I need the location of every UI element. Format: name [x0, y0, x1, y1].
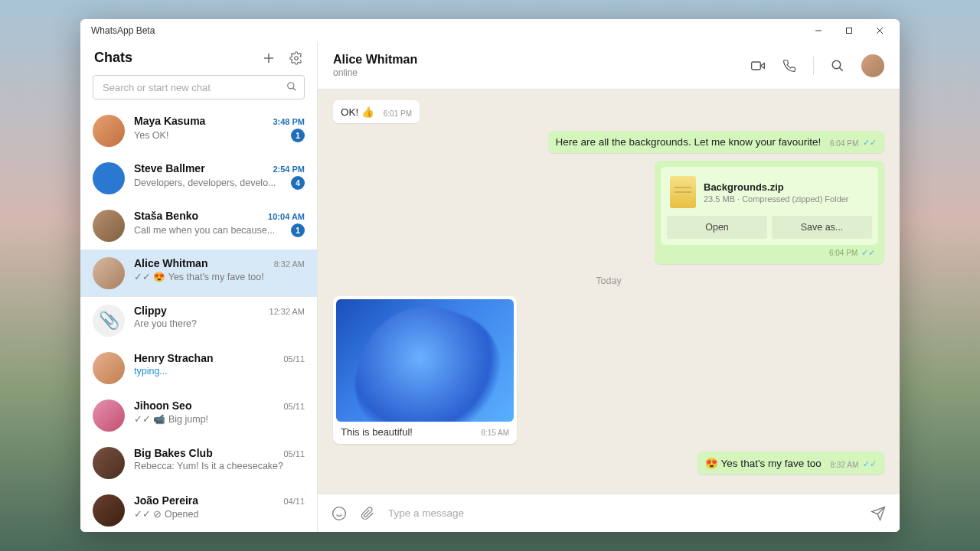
messages-area[interactable]: OK! 👍 6:01 PM Here are all the backgroun… [318, 90, 900, 494]
image-caption: This is beautiful! [341, 426, 413, 438]
sidebar-heading: Chats [94, 50, 132, 66]
chat-preview: typing... [134, 366, 168, 377]
read-ticks-icon: ✓✓ [863, 138, 877, 147]
message-input[interactable] [388, 507, 857, 519]
search-input[interactable] [93, 75, 305, 99]
close-button[interactable] [866, 21, 893, 41]
chat-item[interactable]: Big Bakes Club05/11Rebecca: Yum! Is it a… [80, 439, 317, 487]
chat-name: Staša Benko [134, 210, 198, 222]
settings-button[interactable] [289, 51, 303, 65]
image-thumbnail[interactable] [336, 299, 514, 422]
search-icon [286, 81, 297, 92]
chat-preview: Developers, developers, develo... [134, 178, 276, 188]
chat-time: 05/11 [283, 354, 305, 364]
conversation-name: Alice Whitman [333, 53, 417, 67]
svg-line-8 [293, 88, 296, 91]
message-text: Here are all the backgrounds. Let me kno… [556, 136, 822, 148]
message-out: 😍 Yes that's my fave too 8:32 AM ✓✓ [526, 452, 884, 474]
search-field[interactable] [93, 75, 305, 99]
chat-item[interactable]: Jihoon Seo05/11✓✓ 📹 Big jump! [80, 392, 317, 439]
chat-time: 3:48 PM [273, 117, 305, 126]
chat-item[interactable]: Steve Ballmer2:54 PMDevelopers, develope… [80, 155, 317, 202]
emoji-button[interactable] [332, 506, 347, 521]
read-ticks-icon: ✓✓ [861, 248, 875, 257]
avatar [93, 447, 125, 479]
video-call-button[interactable] [750, 58, 766, 73]
maximize-button[interactable] [835, 21, 863, 41]
chat-time: 2:54 PM [273, 165, 305, 174]
message-time: 6:04 PM [829, 249, 858, 257]
chat-item[interactable]: João Pereira04/11✓✓ ⊘ Opened [80, 487, 317, 532]
search-conversation-button[interactable] [831, 59, 844, 73]
minimize-button[interactable] [805, 21, 832, 41]
sidebar-header: Chats [80, 42, 317, 72]
avatar [93, 210, 125, 242]
svg-point-6 [295, 56, 299, 60]
message-in: OK! 👍 6:01 PM [333, 100, 691, 123]
chat-preview: ✓✓ 😍 Yes that's my fave too! [134, 271, 264, 282]
avatar [93, 257, 125, 289]
titlebar: WhatsApp Beta [80, 19, 900, 42]
chat-preview: Yes OK! [134, 130, 168, 141]
chat-name: João Pereira [134, 494, 198, 507]
chat-time: 12:32 AM [270, 307, 305, 316]
chat-item[interactable]: 📎Clippy12:32 AMAre you there? [80, 297, 317, 344]
avatar: 📎 [93, 305, 125, 337]
read-ticks-icon: ✓✓ [863, 459, 877, 468]
conversation-status: online [333, 67, 417, 78]
conversation-header: Alice Whitman online [318, 42, 900, 90]
avatar [93, 494, 125, 527]
svg-rect-1 [847, 28, 852, 34]
file-open-button[interactable]: Open [667, 216, 767, 239]
chat-time: 05/11 [283, 449, 305, 458]
chat-time: 8:32 AM [274, 259, 305, 269]
file-name: Backgrounds.zip [704, 181, 849, 193]
message-image: This is beautiful! 8:15 AM [333, 296, 691, 444]
message-time: 6:04 PM [830, 139, 858, 148]
avatar [93, 352, 125, 384]
day-divider: Today [333, 273, 884, 287]
chat-list[interactable]: Maya Kasuma3:48 PMYes OK!1Steve Ballmer2… [80, 107, 317, 532]
chat-name: Big Bakes Club [134, 447, 213, 459]
unread-badge: 1 [291, 129, 305, 142]
chat-preview: Are you there? [134, 318, 197, 329]
file-saveas-button[interactable]: Save as... [772, 216, 872, 239]
message-out: Here are all the backgrounds. Let me kno… [471, 131, 884, 153]
send-button[interactable] [871, 506, 886, 521]
svg-rect-9 [752, 62, 761, 70]
message-time: 6:01 PM [384, 109, 412, 118]
message-time: 8:15 AM [481, 429, 509, 437]
file-meta: 23.5 MB · Compressed (zipped) Folder [704, 194, 849, 204]
attach-button[interactable] [361, 507, 374, 520]
chat-item[interactable]: Alice Whitman8:32 AM✓✓ 😍 Yes that's my f… [80, 249, 317, 297]
chat-time: 05/11 [283, 402, 305, 411]
chat-preview: ✓✓ ⊘ Opened [134, 508, 198, 520]
window-controls [805, 21, 893, 41]
chat-item[interactable]: Henry Strachan05/11typing... [80, 344, 317, 392]
chat-preview: Rebecca: Yum! Is it a cheesecake? [134, 461, 283, 471]
chat-name: Henry Strachan [134, 352, 213, 364]
app-window: WhatsApp Beta Chats [80, 19, 900, 532]
new-chat-button[interactable] [262, 51, 276, 65]
svg-marker-10 [760, 63, 764, 68]
avatar [93, 162, 125, 194]
avatar [93, 115, 125, 147]
conversation-pane: Alice Whitman online [318, 42, 900, 532]
chat-item[interactable]: Maya Kasuma3:48 PMYes OK!1 [80, 107, 317, 155]
window-title: WhatsApp Beta [91, 25, 155, 36]
chat-time: 04/11 [283, 497, 305, 506]
chat-item[interactable]: Staša Benko10:04 AMCall me when you can … [80, 202, 317, 249]
message-text: OK! 👍 [341, 106, 374, 118]
chat-name: Jihoon Seo [134, 399, 191, 412]
message-time: 8:32 AM [831, 461, 859, 469]
chat-preview: Call me when you can because... [134, 225, 275, 236]
chat-preview: ✓✓ 📹 Big jump! [134, 413, 208, 425]
voice-call-button[interactable] [782, 59, 796, 73]
message-attachment: Backgrounds.zip 23.5 MB · Compressed (zi… [526, 161, 884, 264]
composer [318, 494, 900, 532]
svg-point-13 [333, 507, 346, 520]
svg-line-12 [839, 67, 843, 71]
zip-file-icon [670, 176, 696, 208]
contact-avatar[interactable] [861, 54, 884, 77]
chat-name: Alice Whitman [134, 257, 207, 269]
